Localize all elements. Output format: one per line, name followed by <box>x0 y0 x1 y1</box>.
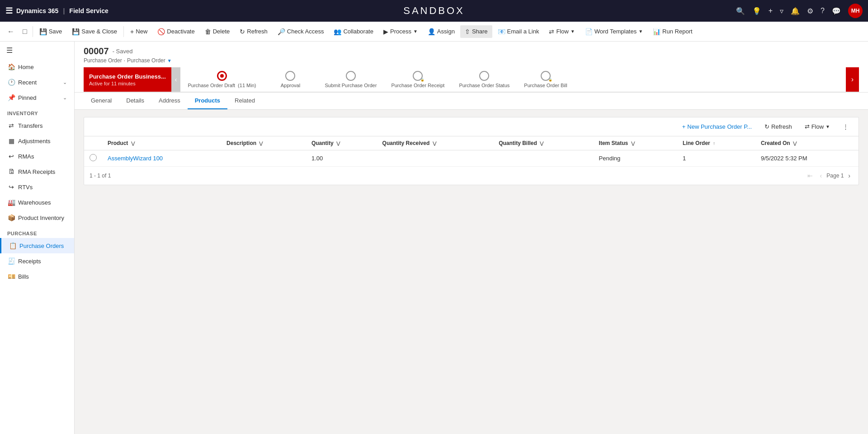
pinned-expand-icon: ⌄ <box>63 95 67 101</box>
tab-products[interactable]: Products <box>188 93 227 109</box>
subgrid-refresh-button[interactable]: ↻ Refresh <box>760 121 797 132</box>
sidebar-item-rma-receipts[interactable]: 🖺 RMA Receipts <box>0 164 74 179</box>
stage-label-3: Purchase Order Receipt <box>391 83 444 88</box>
refresh-button[interactable]: ↻ Refresh <box>235 25 272 38</box>
sidebar-toggle[interactable]: ☰ <box>0 42 74 59</box>
help-icon[interactable]: ? <box>821 7 825 15</box>
grid-footer: 1 - 1 of 1 ⇤ ‹ Page 1 › <box>84 167 859 185</box>
share-button[interactable]: ⇧ Share <box>460 25 492 38</box>
save-close-button[interactable]: 💾 Save & Close <box>67 25 122 38</box>
col-qty-billed-header[interactable]: Quantity Billed ⋁ <box>493 136 593 150</box>
next-page-button[interactable]: › <box>845 170 853 181</box>
breadcrumb-link-1[interactable]: Purchase Order <box>84 57 122 64</box>
row-checkbox[interactable] <box>84 150 102 167</box>
tab-details[interactable]: Details <box>119 93 151 109</box>
share-icon: ⇧ <box>465 28 470 35</box>
col-created-on-header[interactable]: Created On ⋁ <box>755 136 859 150</box>
main-content: 00007 - Saved Purchase Order · Purchase … <box>75 42 868 434</box>
sidebar-item-label: Pinned <box>18 94 36 101</box>
sidebar-item-receipts[interactable]: 🧾 Receipts <box>0 253 74 269</box>
tab-related[interactable]: Related <box>227 93 262 109</box>
subgrid-flow-icon: ⇄ <box>805 123 810 130</box>
save-button[interactable]: 💾 Save <box>35 25 67 38</box>
tab-general[interactable]: General <box>84 93 119 109</box>
col-qty-received-header[interactable]: Quantity Received ⋁ <box>377 136 494 150</box>
save-close-icon: 💾 <box>72 28 80 35</box>
flow-button[interactable]: ⇄ Flow ▼ <box>544 25 579 38</box>
email-link-button[interactable]: 📧 Email a Link <box>493 25 544 38</box>
stage-circle-1 <box>285 71 295 81</box>
process-back-button[interactable]: ‹ <box>171 67 181 92</box>
row-qty-billed <box>493 150 593 167</box>
settings-icon[interactable]: ⚙ <box>807 7 813 15</box>
process-stage-0[interactable]: Purchase Order Draft (11 Min) <box>180 67 263 92</box>
more-icon: ⋮ <box>843 123 849 130</box>
sidebar-item-transfers[interactable]: ⇄ Transfers <box>0 118 74 133</box>
col-line-order-header[interactable]: Line Order ↑ <box>677 136 755 150</box>
back-button[interactable]: ← <box>4 25 18 38</box>
word-templates-chevron-icon: ▼ <box>638 29 643 34</box>
rmas-icon: ↩ <box>7 153 15 160</box>
active-stage-sub: Active for 11 minutes <box>89 81 166 86</box>
assign-button[interactable]: 👤 Assign <box>423 25 459 38</box>
breadcrumb-chevron-icon[interactable]: ▼ <box>167 58 172 63</box>
stage-circle-2 <box>346 71 356 81</box>
search-icon[interactable]: 🔍 <box>736 7 745 15</box>
col-check-header[interactable] <box>84 136 102 150</box>
process-button[interactable]: ▶ Process ▼ <box>379 25 422 38</box>
nav-buttons: ← ​​□ <box>4 25 31 38</box>
sidebar-item-rtvs[interactable]: ↪ RTVs <box>0 179 74 195</box>
word-templates-button[interactable]: 📄 Word Templates ▼ <box>580 25 647 38</box>
chat-icon[interactable]: 💬 <box>832 7 841 15</box>
lock-icon-3: 🔒 <box>420 78 425 82</box>
sidebar-item-warehouses[interactable]: 🏭 Warehouses <box>0 195 74 210</box>
item-status-sort-icon: ⋁ <box>631 141 635 146</box>
sidebar-item-recent[interactable]: 🕐 Recent ⌄ <box>0 75 74 90</box>
col-quantity-header[interactable]: Quantity ⋁ <box>306 136 377 150</box>
sidebar-item-purchase-orders[interactable]: 📋 Purchase Orders <box>0 238 74 253</box>
new-button[interactable]: + New <box>126 25 152 38</box>
process-stage-2[interactable]: Submit Purchase Order <box>317 67 384 92</box>
product-link[interactable]: AssemblyWizard 100 <box>108 155 163 162</box>
col-description-header[interactable]: Description ⋁ <box>221 136 306 150</box>
deactivate-button[interactable]: 🚫 Deactivate <box>153 25 199 38</box>
sidebar-item-label: Receipts <box>18 258 41 265</box>
user-avatar[interactable]: MH <box>848 4 863 18</box>
app-logo[interactable]: ☰ Dynamics 365 | Field Service <box>5 6 108 16</box>
breadcrumb-link-2[interactable]: Purchase Order <box>127 57 165 64</box>
prev-page-button[interactable]: ‹ <box>817 170 825 181</box>
sidebar-item-home[interactable]: 🏠 Home <box>0 59 74 75</box>
subgrid-flow-button[interactable]: ⇄ Flow ▼ <box>800 121 835 132</box>
bell-icon[interactable]: 🔔 <box>791 7 800 15</box>
col-product-header[interactable]: Product ⋁ <box>102 136 221 150</box>
sidebar-item-product-inventory[interactable]: 📦 Product Inventory <box>0 210 74 225</box>
subgrid-more-button[interactable]: ⋮ <box>838 121 853 132</box>
forward-button[interactable]: ​​□ <box>19 25 31 38</box>
sidebar-item-pinned[interactable]: 📌 Pinned ⌄ <box>0 90 74 105</box>
first-page-button[interactable]: ⇤ <box>805 170 816 181</box>
active-stage[interactable]: Purchase Order Business... Active for 11… <box>84 67 171 92</box>
subgrid-refresh-icon: ↻ <box>764 123 769 130</box>
add-icon[interactable]: + <box>769 7 773 15</box>
process-stage-3[interactable]: 🔒 Purchase Order Receipt <box>384 67 452 92</box>
row-line-order: 1 <box>677 150 755 167</box>
home-icon: 🏠 <box>7 63 15 70</box>
sidebar-item-rmas[interactable]: ↩ RMAs <box>0 149 74 164</box>
process-stage-5[interactable]: 🔒 Purchase Order Bill <box>517 67 574 92</box>
process-stage-1[interactable]: Approval <box>263 67 317 92</box>
lightbulb-icon[interactable]: 💡 <box>752 7 761 15</box>
hamburger-icon[interactable]: ☰ <box>5 6 13 16</box>
process-stage-4[interactable]: Purchase Order Status <box>452 67 517 92</box>
process-next-button[interactable]: › <box>846 67 859 92</box>
tab-address[interactable]: Address <box>151 93 188 109</box>
new-purchase-order-product-button[interactable]: + New Purchase Order P... <box>678 121 756 132</box>
col-item-status-header[interactable]: Item Status ⋁ <box>594 136 677 150</box>
sidebar-item-adjustments[interactable]: ▦ Adjustments <box>0 133 74 149</box>
check-access-button[interactable]: 🔎 Check Access <box>273 25 329 38</box>
run-report-button[interactable]: 📊 Run Report <box>648 25 697 38</box>
filter-icon[interactable]: ▿ <box>780 7 783 15</box>
sidebar-item-bills[interactable]: 💴 Bills <box>0 269 74 284</box>
collaborate-button[interactable]: 👥 Collaborate <box>329 25 378 38</box>
delete-button[interactable]: 🗑 Delete <box>200 25 235 38</box>
tab-content: + New Purchase Order P... ↻ Refresh ⇄ Fl… <box>75 110 868 192</box>
